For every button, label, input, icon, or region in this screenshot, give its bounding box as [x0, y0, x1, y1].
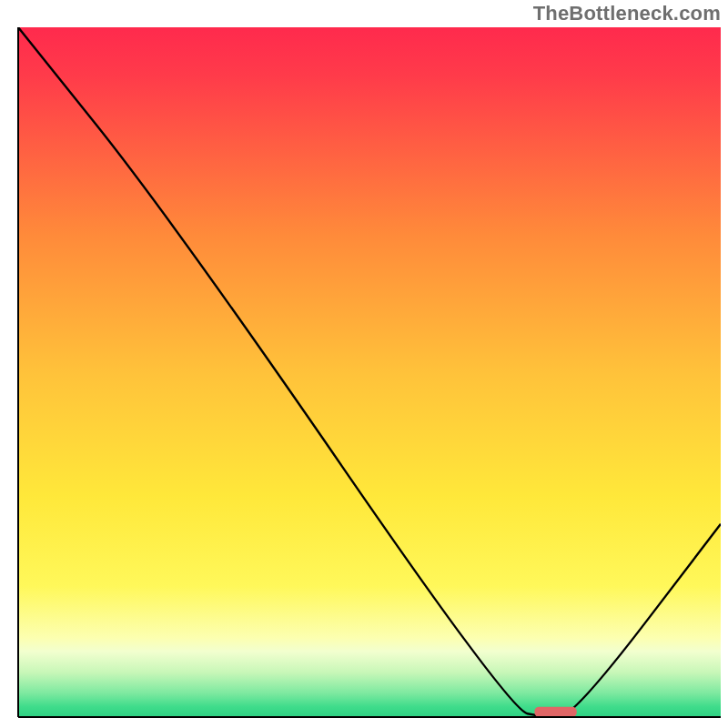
- plot-area: [18, 27, 721, 717]
- gradient-background: [18, 27, 721, 717]
- chart-stage: TheBottleneck.com: [0, 0, 728, 728]
- optimal-range-marker: [534, 707, 576, 717]
- bottleneck-chart: [0, 0, 728, 728]
